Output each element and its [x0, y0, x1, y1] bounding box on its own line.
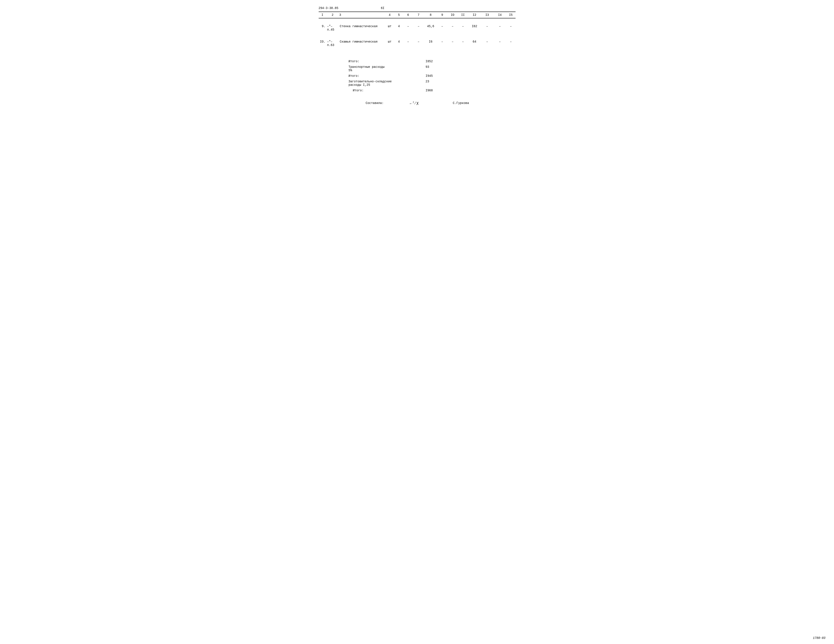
column-header-row: I 2 3 4 5 6 7 8 9 IO II I2 I3 I4 I5 — [318, 12, 516, 18]
row-number: IO. — [318, 38, 326, 49]
col-header-1: I — [318, 12, 326, 18]
summary-label-3: Итого: — [349, 74, 413, 77]
summary-value-2: 93 — [426, 65, 438, 69]
signature-mark: –⁷⁄χ — [409, 100, 419, 106]
doc-number: 294-3-38.85 — [318, 6, 338, 10]
signature-label: Составила: — [366, 102, 384, 105]
main-table: I 2 3 4 5 6 7 8 9 IO II I2 I3 I4 I5 9. –… — [318, 11, 516, 55]
col-header-3: 3 — [339, 12, 385, 18]
row-qty: 4 — [394, 38, 403, 49]
row-sub-label: –"–п.45 — [326, 23, 339, 34]
summary-row-2: Транспортные расходы5% 93 — [349, 65, 516, 72]
row-col12: – — [481, 38, 493, 49]
summary-section: Итого: I852 Транспортные расходы5% 93 Ит… — [318, 60, 516, 92]
row-col6: – — [413, 23, 424, 34]
col-header-8: 8 — [424, 12, 437, 18]
col-header-14: I4 — [493, 12, 506, 18]
summary-value-1: I852 — [426, 60, 438, 63]
col-header-13: I3 — [481, 12, 493, 18]
row-col9: – — [447, 38, 458, 49]
signature-section: Составила: –⁷⁄χ С.Гуркова — [318, 101, 516, 105]
row-qty: 4 — [394, 23, 403, 34]
spacer-row — [318, 18, 516, 23]
summary-row-1: Итого: I852 — [349, 60, 516, 63]
row-col13: – — [493, 23, 506, 34]
row-col9: – — [447, 23, 458, 34]
row-unit: шт — [385, 23, 394, 34]
spacer-row — [318, 34, 516, 38]
row-name: Скамья гимнастическая — [339, 38, 385, 49]
row-col11: I82 — [468, 23, 481, 34]
row-col10: – — [458, 23, 468, 34]
row-col6: – — [413, 38, 424, 49]
summary-label-2: Транспортные расходы5% — [349, 65, 413, 72]
row-ref: п.63 — [327, 44, 334, 47]
col-header-10: IO — [447, 12, 458, 18]
row-col12: – — [481, 23, 493, 34]
summary-label-5: Итого: — [349, 89, 413, 92]
row-col7: 45,6 — [424, 23, 437, 34]
summary-value-3: I945 — [426, 74, 438, 77]
row-col5: – — [404, 23, 413, 34]
row-name: Стенка гимнастическая — [339, 23, 385, 34]
col-header-2: 2 — [326, 12, 339, 18]
col-header-9: 9 — [437, 12, 448, 18]
col-header-6: 6 — [404, 12, 413, 18]
row-col8: – — [437, 23, 448, 34]
col-header-11: II — [458, 12, 468, 18]
col-header-7: 7 — [413, 12, 424, 18]
row-ref: п.45 — [327, 28, 334, 31]
row-col7: I6 — [424, 38, 437, 49]
row-col5: – — [404, 38, 413, 49]
document-header: 294-3-38.85 6I — [318, 6, 516, 10]
row-col14: – — [506, 38, 516, 49]
row-sub-label: –"–п.63 — [326, 38, 339, 49]
table-row: IO. –"–п.63 Скамья гимнастическая шт 4 –… — [318, 38, 516, 49]
summary-row-3: Итого: I945 — [349, 74, 516, 77]
row-col13: – — [493, 38, 506, 49]
summary-row-5: Итого: I968 — [349, 89, 516, 92]
row-col11: 64 — [468, 38, 481, 49]
row-col10: – — [458, 38, 468, 49]
col-header-15: I5 — [506, 12, 516, 18]
col-header-12: I2 — [468, 12, 481, 18]
summary-value-4: 23 — [426, 80, 438, 83]
row-number: 9. — [318, 23, 326, 34]
summary-row-4: Заготовительно-складскиерасходы I,25 23 — [349, 80, 516, 87]
row-col14: – — [506, 23, 516, 34]
summary-label-1: Итого: — [349, 60, 413, 63]
row-unit: шт — [385, 38, 394, 49]
signature-name: С.Гуркова — [453, 102, 469, 105]
row-col8: – — [437, 38, 448, 49]
spacer-row — [318, 49, 516, 55]
summary-value-5: I968 — [426, 89, 438, 92]
table-row: 9. –"–п.45 Стенка гимнастическая шт 4 – … — [318, 23, 516, 34]
col-header-4: 4 — [385, 12, 394, 18]
page-number: 6I — [338, 6, 427, 10]
col-header-5: 5 — [394, 12, 403, 18]
summary-label-4: Заготовительно-складскиерасходы I,25 — [349, 80, 413, 87]
